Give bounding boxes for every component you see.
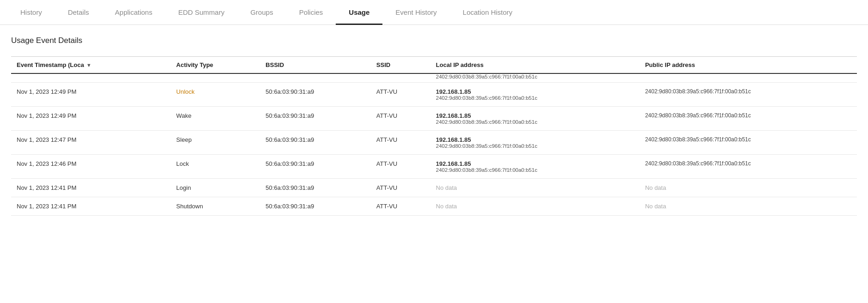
local-ip-secondary-0: 2402:9d80:03b8:39a5:c966:7f1f:00a0:b51c [436, 95, 634, 101]
subheader-cell-5 [640, 73, 857, 83]
cell-bssid-2: 50:6a:03:90:31:a9 [260, 131, 370, 155]
cell-timestamp-3: Nov 1, 2023 12:46 PM [11, 155, 171, 179]
nav-tabs: HistoryDetailsApplicationsEDD SummaryGro… [0, 0, 868, 25]
cell-ssid-4: ATT-VU [371, 179, 431, 197]
subheader-cell-3 [371, 73, 431, 83]
no-data-public-4: No data [645, 184, 666, 191]
local-ip-primary-3: 192.168.1.85 [436, 160, 634, 167]
nav-tab-usage[interactable]: Usage [336, 0, 382, 24]
cell-timestamp-4: Nov 1, 2023 12:41 PM [11, 179, 171, 197]
cell-ssid-2: ATT-VU [371, 131, 431, 155]
col-header-public-ip: Public IP address [640, 57, 857, 74]
table-row: Nov 1, 2023 12:41 PMLogin50:6a:03:90:31:… [11, 179, 857, 197]
no-data-public-5: No data [645, 203, 666, 210]
table-row: Nov 1, 2023 12:46 PMLock50:6a:03:90:31:a… [11, 155, 857, 179]
cell-public-ip-5: No data [640, 197, 857, 216]
cell-bssid-4: 50:6a:03:90:31:a9 [260, 179, 370, 197]
table-row: Nov 1, 2023 12:47 PMSleep50:6a:03:90:31:… [11, 131, 857, 155]
table-row: Nov 1, 2023 12:49 PMUnlock50:6a:03:90:31… [11, 83, 857, 107]
cell-bssid-5: 50:6a:03:90:31:a9 [260, 197, 370, 216]
nav-tab-event-history[interactable]: Event History [382, 0, 449, 24]
nav-tab-groups[interactable]: Groups [237, 0, 286, 24]
cell-activity-4: Login [171, 179, 260, 197]
cell-activity-5: Shutdown [171, 197, 260, 216]
cell-local-ip-4: No data [431, 179, 640, 197]
cell-local-ip-2: 192.168.1.852402:9d80:03b8:39a5:c966:7f1… [431, 131, 640, 155]
subheader-cell-0 [11, 73, 171, 83]
cell-activity-1: Wake [171, 107, 260, 131]
col-header-bssid: BSSID [260, 57, 370, 74]
cell-bssid-0: 50:6a:03:90:31:a9 [260, 83, 370, 107]
no-data-local-5: No data [436, 203, 457, 210]
sort-icon-timestamp[interactable]: ▼ [85, 62, 92, 68]
cell-public-ip-2: 2402:9d80:03b8:39a5:c966:7f1f:00a0:b51c [640, 131, 857, 155]
local-ip-primary-2: 192.168.1.85 [436, 136, 634, 143]
col-header-timestamp[interactable]: Event Timestamp (Loca ▼ [11, 57, 171, 74]
cell-activity-0[interactable]: Unlock [171, 83, 260, 107]
table-row: Nov 1, 2023 12:49 PMWake50:6a:03:90:31:a… [11, 107, 857, 131]
col-header-local-ip: Local IP address [431, 57, 640, 74]
section-title: Usage Event Details [11, 36, 857, 45]
col-header-ssid: SSID [371, 57, 431, 74]
cell-local-ip-3: 192.168.1.852402:9d80:03b8:39a5:c966:7f1… [431, 155, 640, 179]
cell-activity-2: Sleep [171, 131, 260, 155]
subheader-cell-1 [171, 73, 260, 83]
subheader-cell-2 [260, 73, 370, 83]
nav-tab-policies[interactable]: Policies [286, 0, 336, 24]
local-ip-secondary-2: 2402:9d80:03b8:39a5:c966:7f1f:00a0:b51c [436, 143, 634, 149]
cell-ssid-3: ATT-VU [371, 155, 431, 179]
cell-activity-3: Lock [171, 155, 260, 179]
cell-public-ip-3: 2402:9d80:03b8:39a5:c966:7f1f:00a0:b51c [640, 155, 857, 179]
cell-timestamp-0: Nov 1, 2023 12:49 PM [11, 83, 171, 107]
col-header-activity: Activity Type [171, 57, 260, 74]
cell-ssid-1: ATT-VU [371, 107, 431, 131]
cell-timestamp-1: Nov 1, 2023 12:49 PM [11, 107, 171, 131]
cell-bssid-3: 50:6a:03:90:31:a9 [260, 155, 370, 179]
nav-tab-location-history[interactable]: Location History [450, 0, 526, 24]
table-row: Nov 1, 2023 12:41 PMShutdown50:6a:03:90:… [11, 197, 857, 216]
usage-event-table: Event Timestamp (Loca ▼Activity TypeBSSI… [11, 56, 857, 216]
activity-link-0[interactable]: Unlock [176, 88, 195, 95]
cell-timestamp-5: Nov 1, 2023 12:41 PM [11, 197, 171, 216]
local-ip-secondary-3: 2402:9d80:03b8:39a5:c966:7f1f:00a0:b51c [436, 167, 634, 173]
cell-public-ip-4: No data [640, 179, 857, 197]
cell-ssid-0: ATT-VU [371, 83, 431, 107]
cell-public-ip-0: 2402:9d80:03b8:39a5:c966:7f1f:00a0:b51c [640, 83, 857, 107]
cell-timestamp-2: Nov 1, 2023 12:47 PM [11, 131, 171, 155]
nav-tab-applications[interactable]: Applications [102, 0, 166, 24]
main-content: Usage Event Details Event Timestamp (Loc… [0, 25, 868, 227]
nav-tab-history[interactable]: History [7, 0, 55, 24]
cell-local-ip-1: 192.168.1.852402:9d80:03b8:39a5:c966:7f1… [431, 107, 640, 131]
cell-ssid-5: ATT-VU [371, 197, 431, 216]
nav-tab-edd-summary[interactable]: EDD Summary [165, 0, 237, 24]
no-data-local-4: No data [436, 184, 457, 191]
local-ip-primary-0: 192.168.1.85 [436, 88, 634, 95]
nav-tab-details[interactable]: Details [55, 0, 102, 24]
subheader-cell-4: 2402:9d80:03b8:39a5:c966:7f1f:00a0:b51c [431, 73, 640, 83]
local-ip-primary-1: 192.168.1.85 [436, 112, 634, 119]
local-ip-secondary-1: 2402:9d80:03b8:39a5:c966:7f1f:00a0:b51c [436, 119, 634, 125]
cell-local-ip-5: No data [431, 197, 640, 216]
cell-local-ip-0: 192.168.1.852402:9d80:03b8:39a5:c966:7f1… [431, 83, 640, 107]
cell-public-ip-1: 2402:9d80:03b8:39a5:c966:7f1f:00a0:b51c [640, 107, 857, 131]
cell-bssid-1: 50:6a:03:90:31:a9 [260, 107, 370, 131]
